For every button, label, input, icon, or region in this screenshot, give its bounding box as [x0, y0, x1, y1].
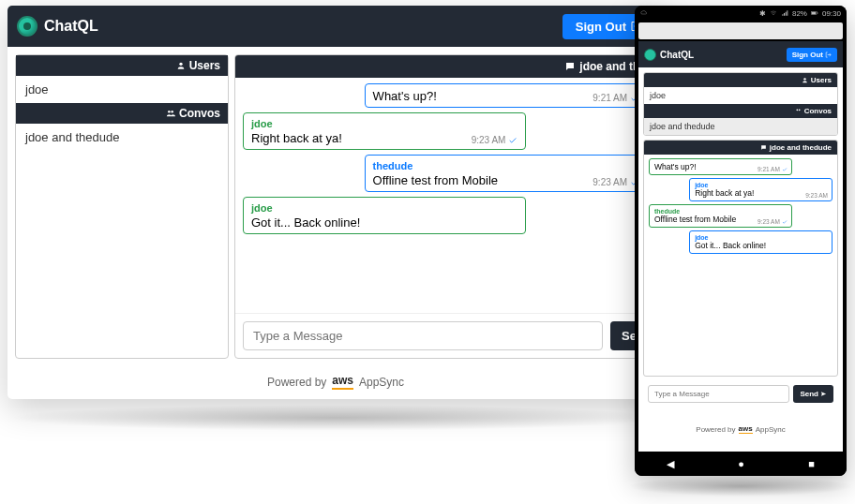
- recent-button[interactable]: ■: [808, 458, 815, 469]
- android-nav-bar: ◀ ● ■: [635, 452, 847, 476]
- message-input[interactable]: [243, 321, 603, 350]
- desktop-window: ChatQL Sign Out Users jdoe Convos jdoe a…: [8, 6, 664, 399]
- svg-rect-5: [818, 12, 818, 13]
- check-icon: [508, 136, 518, 145]
- message-time: 9:21 AM: [592, 93, 627, 103]
- mobile-url-bar[interactable]: [638, 22, 843, 39]
- send-icon: [820, 391, 827, 397]
- back-button[interactable]: ◀: [667, 458, 674, 470]
- mobile-message: What's up?! 9:21 AM: [649, 158, 792, 175]
- svg-point-0: [179, 63, 182, 66]
- sign-out-icon: [825, 52, 832, 58]
- brand: ChatQL: [17, 16, 98, 37]
- mobile-message: jdoe Got it... Back online!: [689, 230, 832, 254]
- brand-name: ChatQL: [44, 18, 98, 35]
- users-icon: [795, 108, 802, 114]
- convos-header: Convos: [16, 103, 228, 124]
- compose: Se: [235, 313, 655, 358]
- convo-item[interactable]: jdoe and thedude: [16, 124, 228, 151]
- brand-icon: [17, 16, 38, 37]
- message-row: jdoe Got it... Back online!: [243, 197, 526, 234]
- mobile-shadow: [628, 476, 853, 497]
- mobile-message-input[interactable]: [648, 385, 789, 403]
- chat-panel: jdoe and the What's up?! 9:21 AM jdoe Ri…: [234, 54, 656, 359]
- mobile-chat-title: jdoe and thedude: [644, 141, 837, 155]
- bluetooth-icon: ✱: [759, 9, 766, 18]
- aws-logo: aws: [739, 424, 753, 434]
- clock: 09:30: [822, 9, 841, 18]
- check-icon: [782, 219, 788, 225]
- mobile-convo[interactable]: jdoe and thedude: [644, 118, 837, 135]
- user-icon: [176, 61, 186, 70]
- cloud-icon: [640, 9, 648, 17]
- check-icon: [782, 167, 788, 172]
- user-icon: [802, 77, 808, 83]
- svg-point-6: [803, 78, 805, 80]
- message-row: What's up?! 9:21 AM: [365, 83, 648, 108]
- users-icon: [166, 109, 175, 118]
- svg-point-8: [798, 109, 800, 111]
- mobile-navbar: ChatQL Sign Out: [638, 41, 843, 67]
- wifi-icon: [770, 9, 777, 17]
- message-time: 9:23 AM: [472, 135, 506, 145]
- chat-title: jdoe and the: [235, 55, 655, 78]
- battery-pct: 82%: [792, 9, 807, 18]
- message-row: jdoe Right back at ya! 9:23 AM: [243, 112, 526, 150]
- message-time: 9:23 AM: [592, 177, 627, 187]
- brand-icon: [644, 49, 656, 61]
- svg-point-1: [168, 111, 171, 113]
- aws-logo: aws: [332, 374, 353, 390]
- footer: Powered by aws AppSync: [8, 366, 664, 399]
- mobile-users-panel: Users jdoe Convos jdoe and thedude: [643, 72, 838, 136]
- desktop-shadow: [8, 405, 664, 431]
- message-row: thedude Offline test from Mobile 9:23 AM: [365, 155, 648, 192]
- mobile-send-button[interactable]: Send: [793, 385, 833, 403]
- mobile-status-bar: ✱ 82% 09:30: [635, 6, 847, 21]
- messages: What's up?! 9:21 AM jdoe Right back at y…: [235, 78, 655, 313]
- svg-point-2: [171, 111, 173, 113]
- mobile-chat-panel: jdoe and thedude What's up?! 9:21 AM jdo…: [643, 140, 838, 377]
- mobile-brand: ChatQL: [644, 49, 694, 61]
- home-button[interactable]: ●: [738, 458, 744, 469]
- mobile-message: jdoe Right back at ya! 9:23 AM: [689, 178, 832, 201]
- mobile-messages: What's up?! 9:21 AM jdoe Right back at y…: [644, 155, 837, 376]
- mobile-user[interactable]: jdoe: [644, 87, 837, 104]
- mobile-window: ✱ 82% 09:30 ChatQL Sign Out Users jdoe C…: [635, 6, 847, 476]
- svg-rect-4: [812, 12, 817, 15]
- chat-icon: [564, 61, 576, 72]
- users-header: Users: [16, 55, 228, 76]
- svg-point-7: [796, 109, 798, 111]
- mobile-sign-out-button[interactable]: Sign Out: [787, 48, 837, 62]
- mobile-message: thedude Offline test from Mobile 9:23 AM: [649, 204, 792, 228]
- navbar: ChatQL Sign Out: [8, 6, 664, 47]
- mobile-compose: Send: [643, 380, 838, 408]
- sidebar: Users jdoe Convos jdoe and thedude: [15, 54, 229, 359]
- mobile-footer: Powered by aws AppSync: [643, 411, 838, 447]
- signal-icon: [781, 9, 788, 17]
- battery-icon: [811, 9, 818, 17]
- sign-out-label: Sign Out: [576, 20, 626, 34]
- user-item-jdoe[interactable]: jdoe: [16, 76, 228, 103]
- chat-icon: [760, 144, 767, 151]
